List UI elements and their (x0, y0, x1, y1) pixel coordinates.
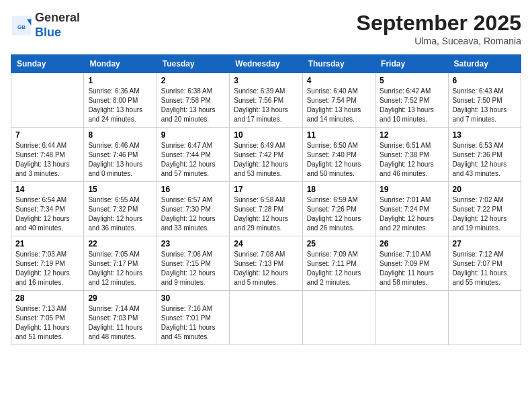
calendar-cell (448, 291, 521, 345)
day-number: 15 (88, 185, 152, 194)
day-number: 20 (453, 185, 517, 194)
day-number: 18 (307, 185, 371, 194)
calendar-cell: 30Sunrise: 7:16 AM Sunset: 7:01 PM Dayli… (157, 291, 229, 345)
calendar-cell: 18Sunrise: 6:59 AM Sunset: 7:26 PM Dayli… (302, 182, 375, 236)
day-number: 27 (453, 239, 517, 248)
month-title: September 2025 (357, 11, 521, 36)
logo: GB General Blue (11, 11, 80, 40)
day-number: 30 (161, 293, 225, 303)
week-row-4: 21Sunrise: 7:03 AM Sunset: 7:19 PM Dayli… (11, 236, 521, 291)
calendar-header-sunday: Sunday (11, 55, 84, 73)
day-number: 28 (15, 293, 79, 303)
day-info: Sunrise: 6:54 AM Sunset: 7:34 PM Dayligh… (15, 195, 79, 233)
day-number: 16 (161, 185, 225, 194)
day-number: 22 (88, 239, 152, 248)
week-row-1: 1Sunrise: 6:36 AM Sunset: 8:00 PM Daylig… (11, 73, 521, 128)
calendar-cell (302, 291, 375, 345)
calendar-header-friday: Friday (375, 55, 448, 73)
calendar-cell: 28Sunrise: 7:13 AM Sunset: 7:05 PM Dayli… (11, 291, 84, 345)
day-info: Sunrise: 6:42 AM Sunset: 7:52 PM Dayligh… (380, 87, 443, 124)
calendar-cell: 27Sunrise: 7:12 AM Sunset: 7:07 PM Dayli… (448, 236, 521, 291)
calendar-header-row: SundayMondayTuesdayWednesdayThursdayFrid… (11, 55, 521, 73)
calendar-cell: 3Sunrise: 6:39 AM Sunset: 7:56 PM Daylig… (230, 73, 302, 128)
calendar-cell: 19Sunrise: 7:01 AM Sunset: 7:24 PM Dayli… (375, 182, 448, 236)
svg-text:GB: GB (17, 24, 26, 30)
calendar-cell: 24Sunrise: 7:08 AM Sunset: 7:13 PM Dayli… (230, 236, 302, 291)
calendar-cell: 23Sunrise: 7:06 AM Sunset: 7:15 PM Dayli… (157, 236, 229, 291)
calendar-cell: 11Sunrise: 6:50 AM Sunset: 7:40 PM Dayli… (302, 128, 375, 182)
day-info: Sunrise: 7:09 AM Sunset: 7:11 PM Dayligh… (307, 250, 371, 287)
day-number: 12 (380, 130, 443, 140)
day-info: Sunrise: 7:06 AM Sunset: 7:15 PM Dayligh… (161, 250, 225, 287)
day-number: 21 (15, 239, 79, 248)
day-number: 24 (234, 239, 298, 248)
day-number: 13 (453, 130, 517, 140)
day-number: 17 (234, 185, 298, 194)
calendar-cell: 12Sunrise: 6:51 AM Sunset: 7:38 PM Dayli… (375, 128, 448, 182)
calendar-cell: 29Sunrise: 7:14 AM Sunset: 7:03 PM Dayli… (84, 291, 157, 345)
day-number: 8 (88, 130, 152, 140)
day-number: 4 (307, 76, 371, 85)
calendar-cell: 4Sunrise: 6:40 AM Sunset: 7:54 PM Daylig… (302, 73, 375, 128)
day-number: 9 (161, 130, 225, 140)
day-info: Sunrise: 6:49 AM Sunset: 7:42 PM Dayligh… (234, 141, 298, 179)
week-row-3: 14Sunrise: 6:54 AM Sunset: 7:34 PM Dayli… (11, 182, 521, 236)
day-number: 7 (15, 130, 79, 140)
day-info: Sunrise: 7:01 AM Sunset: 7:24 PM Dayligh… (380, 195, 443, 233)
day-number: 6 (453, 76, 517, 85)
calendar-cell: 5Sunrise: 6:42 AM Sunset: 7:52 PM Daylig… (375, 73, 448, 128)
day-info: Sunrise: 6:55 AM Sunset: 7:32 PM Dayligh… (88, 195, 152, 233)
day-number: 2 (161, 76, 225, 85)
day-info: Sunrise: 7:03 AM Sunset: 7:19 PM Dayligh… (15, 250, 79, 287)
title-block: September 2025 Ulma, Suceava, Romania (357, 11, 521, 46)
day-number: 26 (380, 239, 443, 248)
day-number: 10 (234, 130, 298, 140)
day-info: Sunrise: 6:53 AM Sunset: 7:36 PM Dayligh… (453, 141, 517, 179)
day-info: Sunrise: 6:44 AM Sunset: 7:48 PM Dayligh… (15, 141, 79, 179)
calendar-cell: 8Sunrise: 6:46 AM Sunset: 7:46 PM Daylig… (84, 128, 157, 182)
calendar-cell: 6Sunrise: 6:43 AM Sunset: 7:50 PM Daylig… (448, 73, 521, 128)
day-info: Sunrise: 6:38 AM Sunset: 7:58 PM Dayligh… (161, 87, 225, 124)
day-number: 11 (307, 130, 371, 140)
calendar-header-tuesday: Tuesday (157, 55, 229, 73)
day-info: Sunrise: 7:08 AM Sunset: 7:13 PM Dayligh… (234, 250, 298, 287)
calendar-cell: 13Sunrise: 6:53 AM Sunset: 7:36 PM Dayli… (448, 128, 521, 182)
day-number: 23 (161, 239, 225, 248)
calendar-header-wednesday: Wednesday (230, 55, 302, 73)
day-info: Sunrise: 6:40 AM Sunset: 7:54 PM Dayligh… (307, 87, 371, 124)
day-info: Sunrise: 6:58 AM Sunset: 7:28 PM Dayligh… (234, 195, 298, 233)
calendar-cell: 16Sunrise: 6:57 AM Sunset: 7:30 PM Dayli… (157, 182, 229, 236)
day-info: Sunrise: 6:36 AM Sunset: 8:00 PM Dayligh… (88, 87, 152, 124)
day-info: Sunrise: 6:43 AM Sunset: 7:50 PM Dayligh… (453, 87, 517, 124)
day-number: 19 (380, 185, 443, 194)
calendar-cell: 1Sunrise: 6:36 AM Sunset: 8:00 PM Daylig… (84, 73, 157, 128)
calendar-cell: 14Sunrise: 6:54 AM Sunset: 7:34 PM Dayli… (11, 182, 84, 236)
day-info: Sunrise: 7:13 AM Sunset: 7:05 PM Dayligh… (15, 304, 79, 342)
calendar-cell (230, 291, 302, 345)
day-info: Sunrise: 7:14 AM Sunset: 7:03 PM Dayligh… (88, 304, 152, 342)
day-info: Sunrise: 7:10 AM Sunset: 7:09 PM Dayligh… (380, 250, 443, 287)
calendar-header-thursday: Thursday (302, 55, 375, 73)
day-number: 3 (234, 76, 298, 85)
week-row-5: 28Sunrise: 7:13 AM Sunset: 7:05 PM Dayli… (11, 291, 521, 345)
calendar-header-saturday: Saturday (448, 55, 521, 73)
calendar-cell: 20Sunrise: 7:02 AM Sunset: 7:22 PM Dayli… (448, 182, 521, 236)
calendar-cell: 17Sunrise: 6:58 AM Sunset: 7:28 PM Dayli… (230, 182, 302, 236)
calendar-header-monday: Monday (84, 55, 157, 73)
calendar-cell: 21Sunrise: 7:03 AM Sunset: 7:19 PM Dayli… (11, 236, 84, 291)
day-info: Sunrise: 7:05 AM Sunset: 7:17 PM Dayligh… (88, 250, 152, 287)
page-header: GB General Blue September 2025 Ulma, Suc… (11, 11, 521, 46)
day-number: 25 (307, 239, 371, 248)
calendar-cell: 7Sunrise: 6:44 AM Sunset: 7:48 PM Daylig… (11, 128, 84, 182)
day-number: 29 (88, 293, 152, 303)
logo-icon: GB (11, 15, 32, 36)
day-info: Sunrise: 6:59 AM Sunset: 7:26 PM Dayligh… (307, 195, 371, 233)
day-info: Sunrise: 7:12 AM Sunset: 7:07 PM Dayligh… (453, 250, 517, 287)
calendar-table: SundayMondayTuesdayWednesdayThursdayFrid… (11, 54, 521, 345)
day-number: 5 (380, 76, 443, 85)
calendar-cell: 9Sunrise: 6:47 AM Sunset: 7:44 PM Daylig… (157, 128, 229, 182)
calendar-cell: 25Sunrise: 7:09 AM Sunset: 7:11 PM Dayli… (302, 236, 375, 291)
day-info: Sunrise: 7:16 AM Sunset: 7:01 PM Dayligh… (161, 304, 225, 342)
logo-text: General Blue (35, 11, 80, 40)
day-number: 14 (15, 185, 79, 194)
